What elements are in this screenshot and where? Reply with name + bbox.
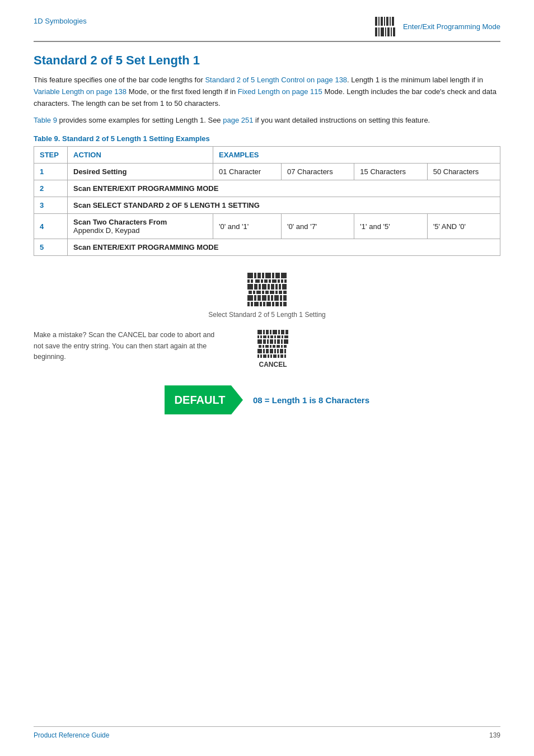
- svg-rect-8: [378, 27, 380, 36]
- svg-rect-79: [263, 335, 266, 338]
- svg-rect-71: [266, 330, 269, 334]
- svg-rect-100: [281, 345, 283, 348]
- svg-rect-13: [393, 27, 395, 36]
- svg-rect-112: [263, 354, 266, 358]
- link-table9[interactable]: Table 9: [34, 116, 57, 124]
- svg-rect-61: [254, 302, 259, 306]
- svg-rect-58: [283, 295, 287, 301]
- svg-rect-113: [268, 354, 269, 358]
- step-5: 5: [34, 239, 68, 256]
- svg-rect-93: [284, 339, 288, 344]
- svg-rect-60: [251, 302, 253, 306]
- header-right: Enter/Exit Programming Mode: [375, 17, 500, 36]
- cancel-barcode-area: CANCEL: [257, 330, 288, 368]
- svg-rect-82: [274, 335, 276, 338]
- svg-rect-34: [259, 284, 261, 290]
- svg-rect-114: [270, 354, 272, 358]
- svg-rect-44: [262, 291, 264, 294]
- svg-rect-40: [282, 284, 287, 290]
- table-row: 3 Scan SELECT STANDARD 2 OF 5 LENGTH 1 S…: [34, 197, 500, 214]
- svg-rect-75: [281, 330, 284, 334]
- page-footer: Product Reference Guide 139: [34, 726, 500, 739]
- svg-rect-56: [274, 295, 279, 301]
- svg-rect-10: [385, 27, 386, 36]
- example-1-3: 15 Characters: [354, 164, 427, 180]
- svg-rect-7: [375, 27, 377, 36]
- svg-rect-18: [265, 273, 271, 278]
- svg-rect-25: [261, 279, 263, 283]
- cancel-section: Make a mistake? Scan the CANCEL bar code…: [34, 330, 500, 368]
- cancel-barcode-icon: [257, 330, 288, 358]
- svg-rect-54: [268, 295, 270, 301]
- select-barcode-section: Select Standard 2 of 5 Length 1 Setting: [34, 273, 500, 319]
- footer-product-label: Product Reference Guide: [34, 731, 109, 739]
- link-page251[interactable]: page 251: [223, 116, 253, 124]
- svg-rect-83: [277, 335, 280, 338]
- svg-rect-38: [275, 284, 278, 290]
- svg-rect-96: [265, 345, 269, 348]
- svg-rect-69: [257, 330, 262, 334]
- svg-rect-78: [260, 335, 262, 338]
- svg-rect-41: [249, 291, 252, 294]
- example-4-1: '0' and '1': [213, 214, 282, 239]
- svg-rect-31: [284, 279, 287, 283]
- svg-rect-85: [284, 335, 288, 338]
- svg-rect-35: [262, 284, 266, 290]
- svg-rect-57: [280, 295, 282, 301]
- svg-rect-110: [257, 354, 259, 358]
- svg-rect-9: [381, 27, 384, 36]
- svg-rect-1: [378, 17, 380, 26]
- svg-rect-30: [281, 279, 283, 283]
- default-section: DEFAULT 08 = Length 1 is 8 Characters: [34, 385, 500, 414]
- svg-rect-11: [387, 27, 390, 36]
- footer-page-number: 139: [489, 731, 500, 739]
- svg-rect-22: [247, 279, 250, 283]
- svg-rect-88: [267, 339, 269, 344]
- link-variable-length[interactable]: Variable Length on page 138: [34, 87, 127, 96]
- link-length-control[interactable]: Standard 2 of 5 Length Control on page 1…: [205, 76, 347, 84]
- svg-rect-89: [270, 339, 273, 344]
- body-text-1: This feature specifies one of the bar co…: [34, 74, 500, 109]
- svg-rect-63: [263, 302, 265, 306]
- svg-rect-26: [264, 279, 268, 283]
- action-2: Scan ENTER/EXIT PROGRAMMING MODE: [68, 180, 500, 197]
- svg-rect-29: [278, 279, 280, 283]
- example-1-1: 01 Character: [213, 164, 282, 180]
- step-2: 2: [34, 180, 68, 197]
- svg-rect-92: [281, 339, 283, 344]
- svg-rect-87: [263, 339, 266, 344]
- action-1: Desired Setting: [68, 164, 213, 180]
- svg-rect-50: [247, 295, 253, 301]
- svg-rect-64: [266, 302, 271, 306]
- svg-rect-45: [265, 291, 269, 294]
- table-title: Table 9. Standard 2 of 5 Length 1 Settin…: [34, 134, 500, 143]
- table-row: 4 Scan Two Characters From Appendix D, K…: [34, 214, 500, 239]
- svg-rect-42: [253, 291, 255, 294]
- svg-rect-73: [273, 330, 277, 334]
- svg-rect-81: [270, 335, 273, 338]
- svg-rect-20: [275, 273, 280, 278]
- step-3: 3: [34, 197, 68, 214]
- svg-rect-77: [257, 335, 259, 338]
- svg-rect-52: [257, 295, 261, 301]
- svg-rect-19: [272, 273, 274, 278]
- svg-rect-47: [275, 291, 278, 294]
- svg-rect-27: [269, 279, 271, 283]
- svg-rect-97: [270, 345, 271, 348]
- svg-rect-16: [257, 273, 261, 278]
- col-header-examples: EXAMPLES: [213, 147, 500, 164]
- svg-rect-55: [271, 295, 273, 301]
- link-fixed-length[interactable]: Fixed Length on page 115: [238, 87, 322, 96]
- select-barcode-label: Select Standard 2 of 5 Length 1 Setting: [208, 311, 325, 319]
- svg-rect-107: [277, 349, 279, 353]
- svg-rect-94: [259, 345, 261, 348]
- svg-rect-3: [384, 17, 385, 26]
- svg-rect-39: [279, 284, 281, 290]
- table-header-row: STEP ACTION EXAMPLES: [34, 147, 500, 164]
- table-row: 2 Scan ENTER/EXIT PROGRAMMING MODE: [34, 180, 500, 197]
- svg-rect-118: [284, 354, 286, 358]
- step-1: 1: [34, 164, 68, 180]
- svg-rect-62: [260, 302, 262, 306]
- page-header: 1D Symbologies Enter/Exit Programming Mo…: [34, 0, 500, 42]
- svg-rect-74: [278, 330, 280, 334]
